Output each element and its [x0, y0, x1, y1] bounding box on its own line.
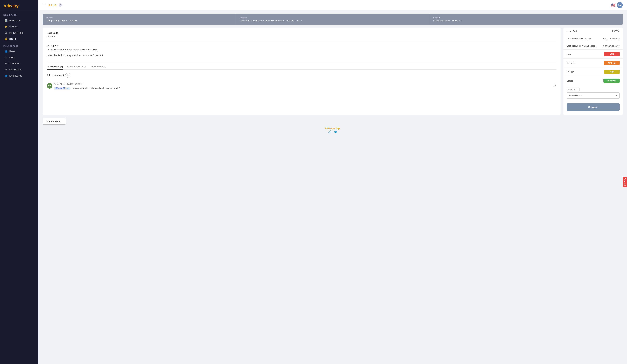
flag-icon[interactable]: 🇺🇸 — [611, 3, 616, 7]
tabs: COMMENTS [1]ATTACHMENTS [3]ACTIVITIES [3… — [47, 65, 556, 69]
user-avatar[interactable]: SM — [617, 2, 623, 8]
twitter-icon[interactable]: 🐦 — [334, 130, 337, 134]
delete-comment-button[interactable]: 🗑 — [553, 83, 556, 87]
sidebar-item-customize[interactable]: ⊞Customize — [1, 60, 37, 66]
comment-body: Steve Means 14/11/2023 10:58 @Steve Mean… — [54, 83, 556, 90]
feature-ext-link-icon[interactable]: ↗ — [461, 20, 463, 22]
sidebar-label-billing: Billing — [9, 56, 15, 59]
feature-value: Password Reset - 5B451A ↗ — [433, 19, 619, 22]
detail-label-0: Issue Code — [567, 30, 578, 33]
detail-row-0: Issue CodeE67F9A — [563, 28, 623, 35]
detail-row-6: StatusResolved — [563, 76, 623, 85]
detail-label-1: Created by Steve Means — [567, 37, 592, 40]
issue-body: Issue Code E67F9A Description I didn't r… — [43, 28, 561, 115]
sidebar-section-dashboard: DASHBOARD — [0, 11, 38, 17]
add-comment-label: Add a comment — [47, 74, 64, 76]
my-test-runs-icon: ⊞ — [4, 31, 7, 34]
add-comment-row: Add a comment + — [47, 73, 556, 78]
footer-company: Releasy Corp. — [45, 127, 620, 130]
comment-meta: Steve Means 14/11/2023 10:58 — [54, 83, 556, 85]
project-col: Project Sample Bug Tracker - 384DA6 ↗ — [43, 14, 236, 25]
description-section: Description I didn't receive the email w… — [47, 44, 556, 62]
help-badge[interactable]: ? — [58, 3, 62, 7]
app-logo: releasy — [3, 3, 35, 8]
comment-avatar: SM — [47, 83, 52, 89]
description-text: I didn't receive the email with a secure… — [47, 48, 556, 57]
comment-mention[interactable]: @Steve Means — [54, 87, 70, 90]
assigned-select[interactable]: Steve Means — [567, 92, 620, 99]
description-line-0: I didn't receive the email with a secure… — [47, 48, 556, 52]
back-to-issues-button[interactable]: Back to issues — [43, 118, 66, 125]
sidebar-item-projects[interactable]: 📁Projects — [1, 24, 37, 30]
topbar-right: 🇺🇸 SM — [611, 2, 623, 8]
detail-row-5: PriorityHigh — [563, 67, 623, 76]
badge-bug: Bug — [604, 52, 620, 56]
sidebar-nav: DASHBOARD📊Dashboard📁Projects⊞My Test Run… — [0, 11, 38, 79]
description-line-1: I also checked in the spam folder but it… — [47, 53, 556, 57]
sidebar-label-integrations: Integrations — [9, 68, 21, 71]
detail-label-2: Last updated by Steve Means — [567, 45, 597, 47]
main-panel: Issue Code E67F9A Description I didn't r… — [43, 28, 623, 115]
release-col: Release User Registration and Account Ma… — [236, 14, 430, 25]
topbar: ☰ Issue ? 🇺🇸 SM — [38, 0, 627, 10]
sidebar-label-my-test-runs: My Test Runs — [9, 31, 23, 34]
assigned-section: Assigned to Steve Means — [563, 85, 623, 101]
assigned-label: Assigned to — [567, 88, 580, 91]
content-area: Project Sample Bug Tracker - 384DA6 ↗ Re… — [38, 10, 627, 364]
sidebar: releasy DASHBOARD📊Dashboard📁Projects⊞My … — [0, 0, 38, 364]
users-icon: 👥 — [4, 50, 7, 52]
detail-value-1: 08/11/2023 09:15 — [603, 37, 620, 40]
billing-icon: 🗂 — [4, 56, 7, 59]
feature-label: Feature — [433, 17, 619, 19]
info-bar: Project Sample Bug Tracker - 384DA6 ↗ Re… — [43, 14, 623, 25]
tab-activities[interactable]: ACTIVITIES [3] — [91, 65, 106, 69]
tab-comments[interactable]: COMMENTS [1] — [47, 65, 63, 69]
detail-label-5: Priority — [567, 71, 574, 73]
tab-attachments[interactable]: ATTACHMENTS [3] — [67, 65, 87, 69]
sidebar-item-my-test-runs[interactable]: ⊞My Test Runs — [1, 30, 37, 36]
sidebar-item-billing[interactable]: 🗂Billing — [1, 54, 37, 60]
sidebar-item-issues[interactable]: 💰Issues — [1, 36, 37, 42]
detail-label-4: Severity — [567, 62, 575, 64]
sidebar-label-workspaces: Workspaces — [9, 74, 22, 77]
detail-value-2: 08/03/2024 16:50 — [603, 45, 620, 47]
feature-col: Feature Password Reset - 5B451A ↗ — [429, 14, 623, 25]
release-ext-link-icon[interactable]: ↗ — [300, 20, 302, 22]
sidebar-item-dashboard[interactable]: 📊Dashboard — [1, 17, 37, 23]
main-area: ☰ Issue ? 🇺🇸 SM Project Sample Bug Track… — [38, 0, 627, 364]
detail-label-3: Type — [567, 53, 572, 55]
sidebar-label-users: Users — [9, 50, 15, 52]
unwatch-button[interactable]: Unwatch — [567, 104, 620, 111]
sidebar-item-integrations[interactable]: ⚙Integrations — [1, 66, 37, 72]
sidebar-item-workspaces[interactable]: 👥Workspaces — [1, 73, 37, 79]
comments-list: SM Steve Means 14/11/2023 10:58 @Steve M… — [47, 81, 556, 92]
sidebar-label-dashboard: Dashboard — [9, 19, 21, 22]
project-ext-link-icon[interactable]: ↗ — [78, 20, 80, 22]
sidebar-item-users[interactable]: 👥Users — [1, 48, 37, 54]
issue-detail-sidebar: Issue CodeE67F9ACreated by Steve Means08… — [563, 28, 623, 115]
sidebar-section-management: MANAGEMENT — [0, 42, 38, 48]
release-label: Release — [240, 17, 426, 19]
detail-row-1: Created by Steve Means08/11/2023 09:15 — [563, 35, 623, 42]
release-value: User Registration and Account Management… — [240, 19, 426, 22]
footer-icons: 🔗 🐦 — [45, 130, 620, 134]
footer: Releasy Corp. 🔗 🐦 — [43, 125, 623, 136]
add-comment-button[interactable]: + — [65, 73, 70, 78]
badge-high: High — [604, 70, 620, 74]
badge-resolved: Resolved — [603, 79, 620, 83]
menu-icon[interactable]: ☰ — [43, 3, 46, 7]
description-label: Description — [47, 44, 556, 47]
link-icon[interactable]: 🔗 — [328, 130, 331, 134]
detail-row-4: SeverityCritical — [563, 58, 623, 67]
customize-icon: ⊞ — [4, 62, 7, 65]
issue-code-label: Issue Code — [47, 32, 556, 34]
integrations-icon: ⚙ — [4, 68, 7, 71]
page-title: Issue — [48, 3, 56, 7]
comment-comment-1: SM Steve Means 14/11/2023 10:58 @Steve M… — [47, 81, 556, 92]
detail-value-0: E67F9A — [612, 30, 620, 33]
tutorial-tab[interactable]: Tutorial — [623, 177, 627, 187]
comment-text: @Steve Means can you try again and recor… — [54, 86, 556, 90]
issue-code-value: E67F9A — [47, 35, 556, 38]
detail-row-2: Last updated by Steve Means08/03/2024 16… — [563, 42, 623, 50]
sidebar-label-customize: Customize — [9, 62, 20, 65]
